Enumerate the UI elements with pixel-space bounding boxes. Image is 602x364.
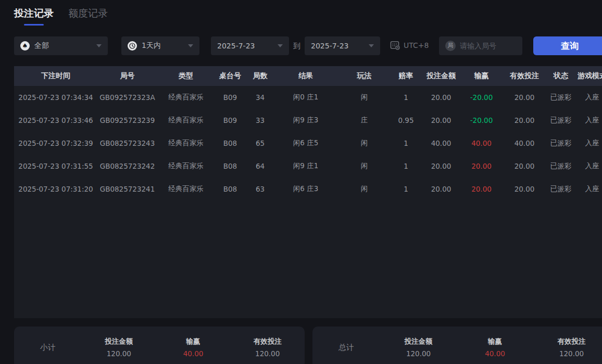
cell-valid-bet: 20.00 [501, 86, 548, 109]
cell-win-loss: 20.00 [462, 178, 501, 200]
tab-quota-records[interactable]: 额度记录 [68, 7, 108, 26]
cell-play: 闲 [337, 155, 392, 178]
total-valid-bet-label: 有效投注 [533, 337, 602, 346]
cell-play: 庄 [337, 109, 392, 132]
cell-time: 2025-07-23 07:31:55 [14, 155, 97, 178]
subtotal-label: 小计 [14, 343, 82, 353]
tab-bet-records[interactable]: 投注记录 [14, 7, 54, 26]
top-tabs: 投注记录 额度记录 [14, 7, 108, 26]
cell-bet-amount: 20.00 [420, 109, 462, 132]
game-type-dropdown[interactable]: ♠ 全部 [14, 36, 108, 55]
cell-status: 已派彩 [548, 178, 574, 200]
cell-table-no: B08 [215, 132, 246, 155]
clock-icon [128, 41, 137, 51]
cell-status: 已派彩 [548, 132, 574, 155]
cell-result: 闲6 庄3 [274, 178, 337, 200]
column-header: 结果 [274, 66, 337, 86]
cell-result: 闲9 庄1 [274, 155, 337, 178]
cell-game-mode: 入座 [574, 155, 602, 178]
cell-time: 2025-07-23 07:34:34 [14, 86, 97, 109]
query-button[interactable]: 查询 [533, 36, 602, 55]
cell-round-no: 63 [246, 178, 274, 200]
cell-round-no: 34 [246, 86, 274, 109]
cell-play: 闲 [337, 132, 392, 155]
subtotal-valid-bet-value: 120.00 [230, 349, 305, 358]
cell-valid-bet: 20.00 [501, 155, 548, 178]
column-header: 类型 [157, 66, 215, 86]
cell-round-id: GB092572323A [97, 86, 157, 109]
cell-bet-amount: 20.00 [420, 178, 462, 200]
column-header: 下注时间 [14, 66, 97, 86]
subtotal-bet-amount: 投注金额 120.00 [82, 337, 156, 358]
cell-odds: 1 [392, 86, 420, 109]
cell-result: 闲0 庄1 [274, 86, 337, 109]
cell-result: 闲9 庄3 [274, 109, 337, 132]
column-header: 局号 [97, 66, 157, 86]
subtotal-win-loss-label: 输赢 [156, 337, 231, 346]
table-row: 2025-07-23 07:31:55GB0825723242经典百家乐B086… [14, 155, 602, 178]
timezone-control[interactable]: UTC+8 [390, 40, 429, 51]
cell-game-type: 经典百家乐 [157, 155, 215, 178]
total-bet-amount-value: 120.00 [380, 349, 457, 358]
bet-records-table: 下注时间局号类型桌台号局数结果玩法赔率投注金额输赢有效投注状态游戏模式 2025… [14, 66, 602, 200]
total-win-loss-label: 输赢 [457, 337, 533, 346]
cell-table-no: B08 [215, 178, 246, 200]
table-body: 2025-07-23 07:34:34GB092572323A经典百家乐B093… [14, 86, 602, 200]
cell-round-id: GB0825723242 [97, 155, 157, 178]
column-header: 局数 [246, 66, 274, 86]
round-id-icon: 局 [445, 41, 456, 51]
cell-valid-bet: 20.00 [501, 109, 548, 132]
cell-game-type: 经典百家乐 [157, 178, 215, 200]
cell-game-mode: 入座 [574, 178, 602, 200]
table-row: 2025-07-23 07:33:46GB0925723239经典百家乐B093… [14, 109, 602, 132]
cell-odds: 0.95 [392, 109, 420, 132]
filter-bar: ♠ 全部 1天内 2025-7-23 到 2025-7-23 [0, 36, 602, 55]
cell-table-no: B09 [215, 109, 246, 132]
date-range-to-label: 到 [291, 36, 303, 55]
subtotal-bet-amount-value: 120.00 [82, 349, 156, 358]
date-from-value: 2025-7-23 [217, 42, 255, 50]
game-type-value: 全部 [34, 41, 49, 51]
subtotal-bet-amount-label: 投注金额 [82, 337, 156, 346]
cell-round-no: 64 [246, 155, 274, 178]
tab-quota-records-label: 额度记录 [68, 7, 108, 19]
total-valid-bet-value: 120.00 [533, 349, 602, 358]
cell-game-type: 经典百家乐 [157, 109, 215, 132]
total-bet-amount-label: 投注金额 [380, 337, 457, 346]
cell-time: 2025-07-23 07:32:39 [14, 132, 97, 155]
total-valid-bet: 有效投注 120.00 [533, 337, 602, 358]
column-header: 赔率 [392, 66, 420, 86]
cell-odds: 1 [392, 155, 420, 178]
cell-bet-amount: 40.00 [420, 132, 462, 155]
date-to-picker[interactable]: 2025-7-23 [305, 36, 380, 55]
date-to-value: 2025-7-23 [311, 42, 348, 50]
column-header: 有效投注 [501, 66, 548, 86]
total-bet-amount: 投注金额 120.00 [380, 337, 457, 358]
total-win-loss: 输赢 40.00 [457, 337, 533, 358]
total-panel: 总计 投注金额 120.00 输赢 40.00 有效投注 120.00 [312, 327, 602, 364]
subtotal-valid-bet-label: 有效投注 [230, 337, 305, 346]
cell-win-loss: 40.00 [462, 132, 501, 155]
cell-status: 已派彩 [548, 155, 574, 178]
timezone-value: UTC+8 [404, 41, 429, 49]
column-header: 游戏模式 [574, 66, 602, 86]
round-search-field[interactable]: 局 [439, 36, 522, 55]
cell-win-loss: -20.00 [462, 109, 501, 132]
cell-game-mode: 入座 [574, 132, 602, 155]
cell-round-id: GB0825723241 [97, 178, 157, 200]
column-header: 状态 [548, 66, 574, 86]
cell-bet-amount: 20.00 [420, 86, 462, 109]
time-range-dropdown[interactable]: 1天内 [121, 36, 199, 55]
time-range-value: 1天内 [142, 41, 161, 51]
round-search-input[interactable] [460, 42, 516, 50]
cell-table-no: B08 [215, 155, 246, 178]
cell-round-no: 33 [246, 109, 274, 132]
tab-bet-records-label: 投注记录 [14, 7, 54, 19]
cell-time: 2025-07-23 07:31:20 [14, 178, 97, 200]
cell-time: 2025-07-23 07:33:46 [14, 109, 97, 132]
chevron-down-icon [188, 44, 193, 47]
active-tab-underline [24, 24, 44, 26]
date-from-picker[interactable]: 2025-7-23 [211, 36, 289, 55]
cell-status: 已派彩 [548, 109, 574, 132]
chevron-down-icon [278, 44, 283, 47]
